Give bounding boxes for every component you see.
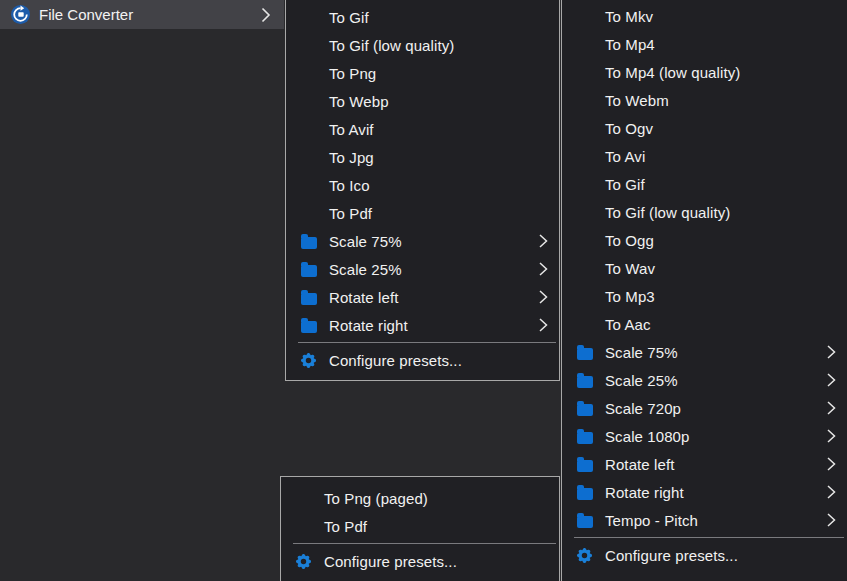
menu-item-label: Rotate left (329, 289, 539, 306)
menu-item-label: To Png (paged) (324, 490, 551, 507)
menu-item-to-ogg[interactable]: To Ogg (562, 226, 847, 254)
menu-item-scale-75[interactable]: Scale 75% (562, 338, 847, 366)
menu-item-label: To Mp4 (605, 36, 839, 53)
chevron-right-icon (827, 345, 836, 359)
menu-separator (574, 537, 844, 538)
menu-item-to-gif-low-quality[interactable]: To Gif (low quality) (286, 31, 559, 59)
icon-spacer (300, 149, 317, 166)
icon-spacer (576, 36, 593, 53)
folder-icon (576, 400, 593, 417)
folder-icon (576, 372, 593, 389)
menu-item-to-webm[interactable]: To Webm (562, 86, 847, 114)
menu-item-label: To Webp (329, 93, 551, 110)
icon-spacer (300, 93, 317, 110)
folder-icon (576, 344, 593, 361)
context-menu-item-label: File Converter (39, 6, 261, 23)
folder-icon (576, 428, 593, 445)
menu-item-label: To Gif (329, 9, 551, 26)
menu-item-label: To Avif (329, 121, 551, 138)
menu-item-label: Scale 720p (605, 400, 827, 417)
menu-item-to-mp3[interactable]: To Mp3 (562, 282, 847, 310)
document-presets-menu: To Png (paged)To PdfConfigure presets... (280, 476, 560, 581)
menu-item-label: Configure presets... (324, 553, 551, 570)
menu-item-label: Rotate right (329, 317, 539, 334)
chevron-right-icon (539, 234, 548, 248)
icon-spacer (576, 8, 593, 25)
icon-spacer (300, 177, 317, 194)
icon-spacer (300, 205, 317, 222)
menu-item-to-pdf[interactable]: To Pdf (286, 199, 559, 227)
menu-item-rotate-left[interactable]: Rotate left (286, 283, 559, 311)
menu-item-label: To Webm (605, 92, 839, 109)
menu-item-to-webp[interactable]: To Webp (286, 87, 559, 115)
file-converter-app-icon (10, 4, 31, 25)
menu-item-label: Configure presets... (329, 352, 551, 369)
chevron-right-icon (827, 457, 836, 471)
icon-spacer (576, 232, 593, 249)
menu-item-to-gif-low-quality[interactable]: To Gif (low quality) (562, 198, 847, 226)
menu-item-to-png[interactable]: To Png (286, 59, 559, 87)
menu-item-to-pdf[interactable]: To Pdf (281, 512, 559, 540)
menu-item-scale-1080p[interactable]: Scale 1080p (562, 422, 847, 450)
chevron-right-icon (827, 513, 836, 527)
folder-icon (576, 484, 593, 501)
menu-item-to-gif[interactable]: To Gif (562, 170, 847, 198)
menu-item-label: To Ogv (605, 120, 839, 137)
gear-icon (300, 352, 317, 369)
icon-spacer (576, 148, 593, 165)
gear-icon (576, 547, 593, 564)
menu-item-scale-25[interactable]: Scale 25% (286, 255, 559, 283)
menu-item-label: To Wav (605, 260, 839, 277)
menu-item-to-wav[interactable]: To Wav (562, 254, 847, 282)
chevron-right-icon (827, 429, 836, 443)
menu-item-label: To Jpg (329, 149, 551, 166)
menu-separator (293, 543, 556, 544)
menu-item-label: To Ogg (605, 232, 839, 249)
menu-item-to-ico[interactable]: To Ico (286, 171, 559, 199)
menu-item-rotate-right[interactable]: Rotate right (562, 478, 847, 506)
icon-spacer (576, 288, 593, 305)
chevron-right-icon (539, 318, 548, 332)
menu-item-label: Rotate right (605, 484, 827, 501)
menu-item-to-avif[interactable]: To Avif (286, 115, 559, 143)
image-presets-menu: To GifTo Gif (low quality)To PngTo WebpT… (285, 0, 560, 381)
menu-item-to-png-paged[interactable]: To Png (paged) (281, 484, 559, 512)
menu-item-rotate-left[interactable]: Rotate left (562, 450, 847, 478)
menu-item-to-mp4-low-quality[interactable]: To Mp4 (low quality) (562, 58, 847, 86)
menu-item-to-mkv[interactable]: To Mkv (562, 2, 847, 30)
menu-item-scale-720p[interactable]: Scale 720p (562, 394, 847, 422)
icon-spacer (576, 316, 593, 333)
menu-item-label: To Ico (329, 177, 551, 194)
menu-item-tempo-pitch[interactable]: Tempo - Pitch (562, 506, 847, 534)
menu-item-to-avi[interactable]: To Avi (562, 142, 847, 170)
menu-item-scale-25[interactable]: Scale 25% (562, 366, 847, 394)
menu-item-configure-presets[interactable]: Configure presets... (281, 547, 559, 575)
menu-item-to-mp4[interactable]: To Mp4 (562, 30, 847, 58)
menu-item-label: Scale 1080p (605, 428, 827, 445)
menu-item-to-aac[interactable]: To Aac (562, 310, 847, 338)
chevron-right-icon (539, 262, 548, 276)
menu-item-to-ogv[interactable]: To Ogv (562, 114, 847, 142)
context-menu-item-file-converter[interactable]: File Converter (0, 0, 284, 29)
chevron-right-icon (539, 290, 548, 304)
menu-item-label: Configure presets... (605, 547, 839, 564)
menu-item-configure-presets[interactable]: Configure presets... (286, 346, 559, 374)
icon-spacer (576, 260, 593, 277)
folder-icon (300, 289, 317, 306)
menu-item-to-gif[interactable]: To Gif (286, 3, 559, 31)
icon-spacer (576, 176, 593, 193)
menu-item-label: To Gif (605, 176, 839, 193)
menu-separator (298, 342, 556, 343)
menu-item-rotate-right[interactable]: Rotate right (286, 311, 559, 339)
icon-spacer (300, 121, 317, 138)
icon-spacer (576, 204, 593, 221)
folder-icon (300, 317, 317, 334)
menu-item-configure-presets[interactable]: Configure presets... (562, 541, 847, 569)
menu-item-scale-75[interactable]: Scale 75% (286, 227, 559, 255)
chevron-right-icon (827, 485, 836, 499)
menu-item-label: To Pdf (324, 518, 551, 535)
video-audio-presets-menu: To MkvTo Mp4To Mp4 (low quality)To WebmT… (561, 0, 847, 581)
icon-spacer (295, 490, 312, 507)
menu-item-to-jpg[interactable]: To Jpg (286, 143, 559, 171)
gear-icon (295, 553, 312, 570)
